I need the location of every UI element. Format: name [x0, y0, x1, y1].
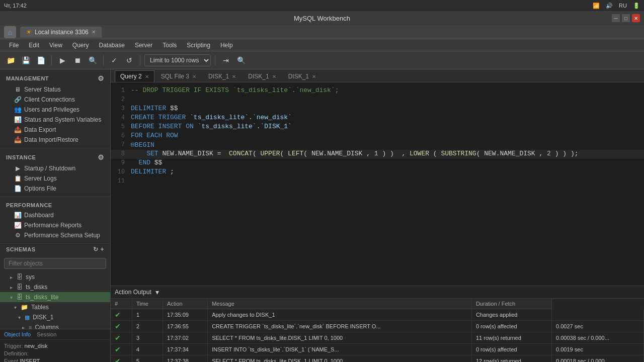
explain-button[interactable]: 🔍: [86, 54, 99, 67]
execute-button[interactable]: ▶: [56, 54, 69, 67]
schema-filter: [0, 255, 110, 272]
disk1-a-tab-close[interactable]: ✕: [232, 74, 236, 79]
network-icon: 📶: [593, 3, 600, 9]
output-table: # Time Action Message Duration / Fetch ✔…: [111, 299, 644, 362]
menu-server[interactable]: Server: [130, 40, 157, 50]
sidebar-dashboard[interactable]: 📊 Dashboard: [0, 210, 110, 220]
sidebar-client-connections[interactable]: 🔗 Client Connections: [0, 95, 110, 105]
sidebar-perf-reports[interactable]: 📈 Performance Reports: [0, 220, 110, 230]
sidebar-server-logs[interactable]: 📋 Server Logs: [0, 173, 110, 184]
menu-view[interactable]: View: [44, 40, 67, 50]
connections-icon: 🔗: [14, 96, 21, 103]
menu-database[interactable]: Database: [94, 40, 130, 50]
sidebar-perf-schema[interactable]: ⚙ Performance Schema Setup: [0, 230, 110, 240]
disk1-b-tab-close[interactable]: ✕: [272, 74, 276, 79]
editor-line-6: 6 FOR EACH ROW: [111, 132, 644, 141]
sys-toggle[interactable]: [10, 275, 13, 280]
cell-status: ✔: [111, 355, 132, 363]
stop-button[interactable]: ⏹: [71, 54, 84, 67]
server-status-icon: 🖥: [14, 86, 21, 93]
query-tab-disk1-c[interactable]: DISK_1 ✕: [283, 70, 321, 82]
cell-time: 17:37:02: [163, 332, 208, 344]
sidebar-startup[interactable]: ▶ Startup / Shutdown: [0, 163, 110, 173]
query-tab-disk1-a[interactable]: DISK_1 ✕: [203, 70, 242, 82]
management-collapse[interactable]: ⚙: [98, 74, 105, 82]
close-button[interactable]: ✕: [632, 14, 640, 22]
columns-toggle[interactable]: [22, 325, 25, 329]
menu-file[interactable]: File: [4, 40, 24, 50]
find-button[interactable]: 🔍: [234, 54, 248, 67]
action-output-dropdown[interactable]: ▾: [155, 288, 159, 296]
object-info-tab[interactable]: Object Info: [4, 331, 31, 337]
editor-line-2: 2: [111, 96, 644, 105]
sidebar-status-variables[interactable]: 📊 Status and System Variables: [0, 115, 110, 125]
home-icon[interactable]: ⌂: [4, 26, 16, 38]
menu-scripting[interactable]: Scripting: [182, 40, 215, 50]
commit-button[interactable]: ✓: [108, 54, 121, 67]
toolbar-separator-4: [215, 55, 215, 65]
menu-edit[interactable]: Edit: [24, 40, 44, 50]
maximize-button[interactable]: □: [622, 14, 630, 22]
col-duration: Duration / Fetch: [471, 299, 551, 309]
code-editor[interactable]: 1 -- DROP TRIGGER IF EXISTS `ts_disks_li…: [111, 82, 644, 286]
cell-status: ✔: [111, 344, 132, 355]
table-disk1[interactable]: ▦ DISK_1: [0, 312, 110, 322]
volume-icon: 🔊: [606, 3, 613, 9]
col-message: Message: [208, 299, 472, 309]
cell-action: SELECT * FROM ts_disks_lite.DISK_1 LIMIT…: [208, 355, 472, 363]
main-layout: MANAGEMENT ⚙ 🖥 Server Status 🔗 Client Co…: [0, 69, 644, 362]
sql-file-tab-close[interactable]: ✕: [192, 74, 196, 79]
app-tab-close[interactable]: ✕: [92, 29, 96, 35]
ts-disks-toggle[interactable]: [10, 285, 13, 290]
query-tab-2[interactable]: Query 2 ✕: [115, 70, 154, 82]
window-controls: ─ □ ✕: [612, 14, 640, 22]
query-tab-2-close[interactable]: ✕: [145, 74, 149, 79]
columns-folder[interactable]: ≡ Columns: [0, 322, 110, 329]
sidebar-data-export[interactable]: 📤 Data Export: [0, 125, 110, 135]
schema-ts-disks-lite[interactable]: 🗄 ts_disks_lite: [0, 292, 110, 302]
format-button[interactable]: ⇥: [219, 54, 232, 67]
refresh-schemas-icon[interactable]: ↻: [93, 246, 99, 253]
content-area: Query 2 ✕ SQL File 3 ✕ DISK_1 ✕ DISK_1 ✕…: [111, 69, 644, 362]
dashboard-icon: 📊: [14, 212, 21, 219]
open-folder-button[interactable]: 📁: [4, 54, 17, 67]
schema-ts-disks[interactable]: 🗄 ts_disks: [0, 282, 110, 292]
ts-disks-schema-icon: 🗄: [17, 284, 23, 291]
cell-status: ✔: [111, 309, 132, 321]
query-tab-disk1-b[interactable]: DISK_1 ✕: [243, 70, 281, 82]
users-icon: 👥: [14, 106, 21, 113]
main-toolbar: 📁 💾 📄 ▶ ⏹ 🔍 ✓ ↺ Limit to 1000 rows ⇥ 🔍: [0, 51, 644, 69]
session-tab[interactable]: Session: [37, 331, 56, 337]
cell-message: 0 row(s) affected: [471, 321, 551, 332]
table-icon: ▦: [25, 314, 30, 321]
definition-row: Definition:: [4, 350, 106, 356]
sidebar-server-status[interactable]: 🖥 Server Status: [0, 84, 110, 95]
sidebar-users-privileges[interactable]: 👥 Users and Privileges: [0, 105, 110, 115]
sidebar-data-import[interactable]: 📥 Data Import/Restore: [0, 135, 110, 145]
add-schema-icon[interactable]: +: [100, 246, 104, 253]
disk1-toggle[interactable]: [18, 315, 21, 320]
ts-disks-lite-toggle[interactable]: [10, 295, 13, 300]
schema-setup-icon: ⚙: [14, 232, 21, 239]
query-tab-sql-file-3[interactable]: SQL File 3 ✕: [155, 70, 202, 82]
tables-folder[interactable]: 📁 Tables: [0, 302, 110, 312]
tables-toggle[interactable]: [14, 305, 17, 310]
cell-status: ✔: [111, 332, 132, 344]
menu-query[interactable]: Query: [67, 40, 94, 50]
minimize-button[interactable]: ─: [612, 14, 620, 22]
cell-time: 17:37:38: [163, 355, 208, 363]
editor-line-1: 1 -- DROP TRIGGER IF EXISTS `ts_disks_li…: [111, 86, 644, 96]
schema-filter-input[interactable]: [4, 258, 106, 269]
menu-help[interactable]: Help: [215, 40, 238, 50]
save-button[interactable]: 💾: [19, 54, 32, 67]
import-icon: 📥: [14, 136, 21, 143]
menu-tools[interactable]: Tools: [157, 40, 182, 50]
schema-sys[interactable]: 🗄 sys: [0, 272, 110, 282]
new-file-button[interactable]: 📄: [34, 54, 47, 67]
limit-rows-select[interactable]: Limit to 1000 rows: [144, 54, 211, 66]
app-tab-local-instance[interactable]: ☀ Local instance 3306 ✕: [20, 27, 102, 38]
startup-icon: ▶: [14, 165, 21, 172]
disk1-c-tab-close[interactable]: ✕: [312, 74, 316, 79]
rollback-button[interactable]: ↺: [123, 54, 136, 67]
sidebar-options-file[interactable]: 📄 Options File: [0, 184, 110, 194]
